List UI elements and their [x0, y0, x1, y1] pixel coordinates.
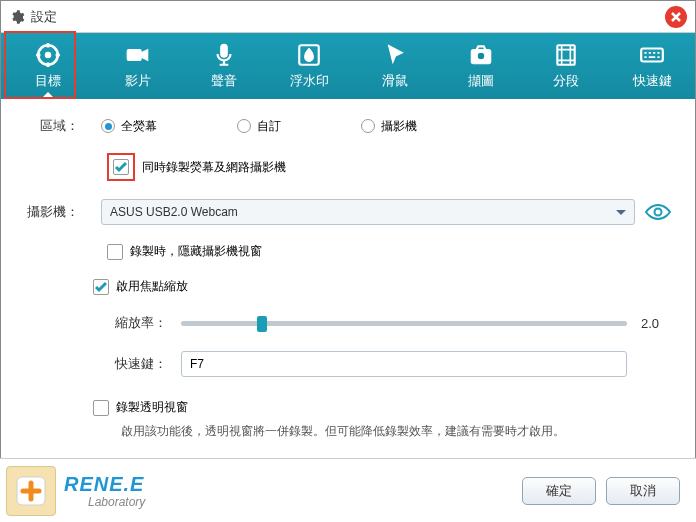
- watermark-icon: [296, 42, 322, 68]
- hotkey-input[interactable]: [181, 351, 627, 377]
- gear-icon: [9, 9, 25, 25]
- svg-rect-8: [641, 49, 663, 62]
- chevron-down-icon: [616, 210, 626, 215]
- checkbox-dual-record[interactable]: [113, 159, 129, 175]
- film-icon: [553, 42, 579, 68]
- checkbox-transparent-window[interactable]: [93, 400, 109, 416]
- tab-target[interactable]: 目標: [1, 33, 95, 99]
- check-icon: [94, 280, 108, 294]
- eye-icon: [645, 203, 671, 221]
- hotkey-label: 快速鍵：: [107, 355, 181, 373]
- svg-point-9: [655, 209, 662, 216]
- preview-camera-button[interactable]: [645, 203, 671, 221]
- tab-segment[interactable]: 分段: [524, 33, 610, 99]
- svg-rect-7: [558, 45, 575, 65]
- tab-screenshot[interactable]: 擷圖: [438, 33, 524, 99]
- radio-fullscreen[interactable]: 全熒幕: [101, 118, 157, 135]
- checkbox-focus-zoom[interactable]: [93, 279, 109, 295]
- zoom-value: 2.0: [641, 316, 671, 331]
- camera-label: 攝影機：: [25, 203, 93, 221]
- checkbox-highlight: [107, 153, 135, 181]
- mic-icon: [211, 42, 237, 68]
- zoom-label: 縮放率：: [107, 314, 181, 332]
- tab-hotkeys[interactable]: 快速鍵: [609, 33, 695, 99]
- check-icon: [114, 160, 128, 174]
- hide-camera-label: 錄製時，隱藏攝影機視窗: [130, 243, 262, 260]
- slider-thumb[interactable]: [257, 316, 267, 332]
- transparent-label: 錄製透明視窗: [116, 399, 188, 416]
- camera-icon: [468, 42, 494, 68]
- brand-logo: [6, 466, 56, 516]
- region-label: 區域：: [25, 117, 93, 135]
- camera-select[interactable]: ASUS USB2.0 Webcam: [101, 199, 635, 225]
- target-icon: [35, 42, 61, 68]
- tab-audio[interactable]: 聲音: [181, 33, 267, 99]
- svg-rect-3: [221, 44, 228, 57]
- svg-rect-2: [127, 50, 141, 61]
- ok-button[interactable]: 確定: [522, 477, 596, 505]
- brand-sub: Laboratory: [88, 496, 145, 508]
- radio-custom[interactable]: 自訂: [237, 118, 281, 135]
- cancel-button[interactable]: 取消: [606, 477, 680, 505]
- cursor-icon: [382, 42, 408, 68]
- close-icon: [670, 11, 682, 23]
- brand-name: RENE.E: [64, 474, 145, 494]
- video-icon: [125, 42, 151, 68]
- radio-camera[interactable]: 攝影機: [361, 118, 417, 135]
- focus-zoom-label: 啟用焦點縮放: [116, 278, 188, 295]
- tab-cursor[interactable]: 滑鼠: [352, 33, 438, 99]
- dual-record-label: 同時錄製熒幕及網路攝影機: [142, 159, 286, 176]
- close-button[interactable]: [665, 6, 687, 28]
- transparent-description: 啟用該功能後，透明視窗將一併錄製。但可能降低錄製效率，建議有需要時才啟用。: [121, 422, 671, 441]
- dialog-title: 設定: [31, 8, 57, 26]
- zoom-slider[interactable]: [181, 313, 627, 333]
- svg-point-1: [45, 52, 50, 57]
- keyboard-icon: [639, 42, 665, 68]
- svg-point-6: [477, 52, 485, 60]
- tab-video[interactable]: 影片: [95, 33, 181, 99]
- checkbox-hide-camera[interactable]: [107, 244, 123, 260]
- tab-watermark[interactable]: 浮水印: [267, 33, 353, 99]
